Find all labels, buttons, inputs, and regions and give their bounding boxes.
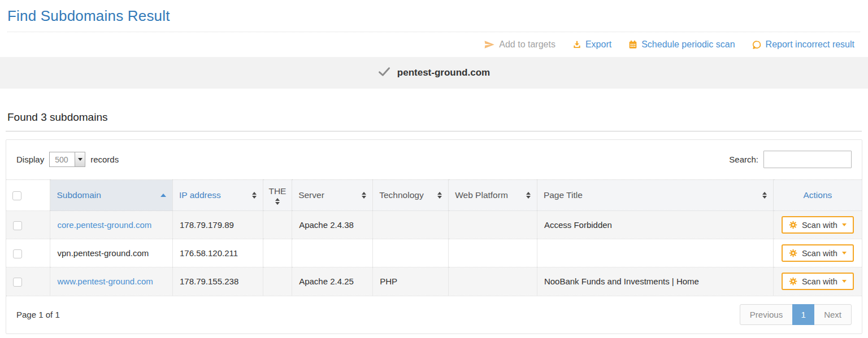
display-label: Display [16,155,44,164]
scan-with-button[interactable]: Scan with [782,273,854,290]
chevron-down-icon [842,280,847,283]
display-length-group: Display 500 records [16,152,119,167]
select-dropdown-button[interactable] [75,152,85,166]
column-header-actions[interactable]: Actions [773,180,862,211]
the-cell [263,239,292,267]
chevron-down-icon [842,252,847,254]
next-page-button[interactable]: Next [814,304,852,325]
toolbar-item-add-to-targets[interactable]: Add to targets [484,39,555,50]
sort-ascending-icon [160,194,166,197]
results-heading: Found 3 subdomains [7,111,862,124]
column-label: Technology [379,190,423,200]
toolbar-item-export[interactable]: Export [572,39,611,50]
column-label: Page Title [544,190,583,200]
toolbar-item-label: Report incorrect result [766,39,854,50]
column-header-ip[interactable]: IP address [172,180,263,211]
column-header-web_platform[interactable]: Web Platform [449,180,537,211]
sort-icon [526,192,531,199]
column-header-checkbox [6,180,50,211]
column-label: IP address [179,190,221,200]
table-footer: Page 1 of 1 Previous 1 Next [6,296,862,334]
scan-with-button[interactable]: Scan with [782,244,854,262]
table-row: www.pentest-ground.com178.79.155.238Apac… [6,267,862,296]
result-toolbar: Add to targetsExportSchedule periodic sc… [0,32,868,57]
column-header-subdomain[interactable]: Subdomain [50,180,173,211]
page-length-select[interactable]: 500 [49,152,85,167]
section-divider [6,131,862,131]
page-title: Find Subdomains Result [7,7,860,25]
previous-page-button[interactable]: Previous [740,304,793,325]
toolbar-item-label: Export [585,39,611,50]
page-title-cell [537,239,773,267]
sort-icon [252,192,257,199]
subdomain-cell: www.pentest-ground.com [50,267,173,296]
records-label: records [90,155,119,164]
ip-cell: 178.79.155.238 [172,267,263,296]
row-checkbox[interactable] [13,221,22,230]
column-header-server[interactable]: Server [292,180,373,211]
technology-cell [373,239,449,267]
toolbar-item-label: Add to targets [499,39,555,50]
results-panel: Display 500 records Search: SubdomainIP … [6,139,862,334]
page-title-cell: NooBank Funds and Investments | Home [537,267,773,296]
toolbar-item-schedule-periodic-scan[interactable]: Schedule periodic scan [628,39,735,50]
table-row: core.pentest-ground.com178.79.179.89Apac… [6,211,862,239]
chat-icon [752,40,762,50]
the-cell [263,267,292,296]
gear-icon [789,249,797,257]
sort-icon [437,192,442,199]
actions-cell: Scan with [773,211,862,239]
table-header-row: SubdomainIP addressTHEServerTechnologyWe… [6,180,862,211]
scan-with-label: Scan with [802,249,837,258]
column-label: Subdomain [57,190,101,200]
server-cell: Apache 2.4.38 [292,211,373,239]
sort-icon [762,192,767,199]
technology-cell [373,211,449,239]
web-platform-cell [449,211,537,239]
technology-cell: PHP [373,267,449,296]
column-header-the[interactable]: THE [263,180,292,211]
actions-cell: Scan with [773,267,862,296]
chevron-down-icon [842,223,847,226]
subdomain-cell: vpn.pentest-ground.com [50,239,173,267]
column-label: Server [298,190,324,200]
ip-cell: 176.58.120.211 [172,239,263,267]
the-cell [263,211,292,239]
subdomain-link: vpn.pentest-ground.com [57,248,149,258]
subdomain-link[interactable]: core.pentest-ground.com [57,220,151,230]
search-label: Search: [729,155,758,164]
ip-cell: 178.79.179.89 [172,211,263,239]
page-title-cell: Access Forbidden [537,211,773,239]
subdomain-link[interactable]: www.pentest-ground.com [57,276,153,286]
search-input[interactable] [763,151,852,168]
column-header-technology[interactable]: Technology [373,180,449,211]
download-icon [572,40,581,49]
sort-icon [362,192,366,199]
gear-icon [789,221,797,229]
select-all-checkbox[interactable] [12,191,21,200]
toolbar-item-report-incorrect-result[interactable]: Report incorrect result [752,39,854,50]
current-page-button[interactable]: 1 [792,304,814,325]
actions-cell: Scan with [773,239,862,267]
row-checkbox-cell [6,239,50,267]
gear-icon [789,277,797,286]
table-row: vpn.pentest-ground.com176.58.120.211Scan… [6,239,862,267]
sort-icon [275,198,280,205]
row-checkbox[interactable] [13,249,22,258]
scan-with-button[interactable]: Scan with [782,216,854,234]
row-checkbox[interactable] [13,278,22,287]
web-platform-cell [449,267,537,296]
column-label: Actions [803,190,832,200]
server-cell [292,239,373,267]
subdomain-cell: core.pentest-ground.com [50,211,173,239]
calendar-icon [628,40,637,49]
column-header-page_title[interactable]: Page Title [537,180,773,211]
plane-icon [484,40,495,49]
page-info: Page 1 of 1 [16,310,60,319]
check-icon [378,67,390,79]
server-cell: Apache 2.4.25 [292,267,373,296]
scan-with-label: Scan with [802,277,837,286]
web-platform-cell [449,239,537,267]
scan-with-label: Scan with [802,221,837,230]
target-bar: pentest-ground.com [0,57,868,89]
